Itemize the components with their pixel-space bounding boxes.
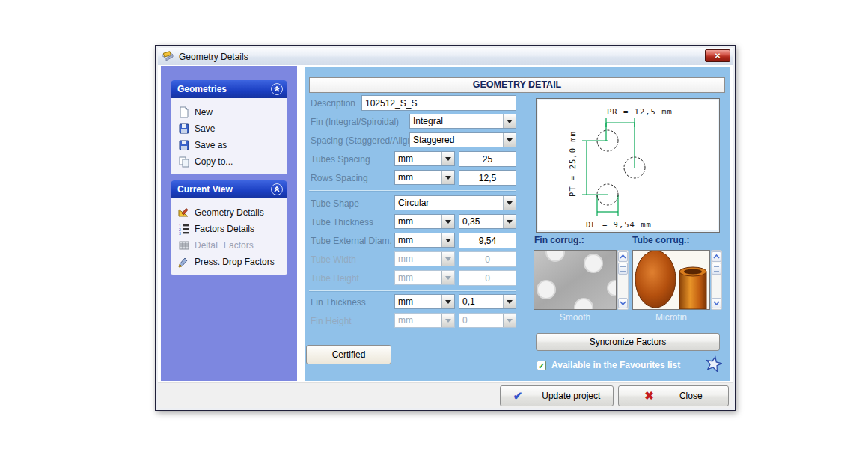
syncronize-factors-button[interactable]: Syncronize Factors — [536, 333, 720, 351]
fin-height-unit: mm — [395, 314, 441, 327]
favourites-checkbox[interactable]: ✓ — [537, 361, 546, 370]
sidebar-item-save-as[interactable]: Save as — [178, 137, 287, 153]
close-button[interactable]: ✖ Close — [618, 385, 729, 406]
fin-corrug-image[interactable] — [534, 250, 617, 310]
sidebar-item-new[interactable]: New — [178, 104, 287, 120]
rows-spacing-input[interactable] — [459, 170, 516, 186]
chevron-down-icon[interactable] — [503, 295, 516, 308]
tube-external-diam-input[interactable] — [459, 233, 516, 248]
chevron-down-icon — [441, 314, 454, 327]
tube-thickness-unit: mm — [395, 215, 441, 228]
window-close-button[interactable]: ✕ — [705, 49, 730, 62]
geometries-panel-body: New Save — [171, 98, 287, 174]
sidebar-item-label: Save as — [195, 140, 227, 150]
scrollbar-thumb[interactable] — [618, 263, 628, 275]
tube-thickness-value: 0,35 — [459, 215, 503, 228]
chevron-down-icon[interactable] — [441, 171, 454, 184]
chevron-down-icon[interactable] — [503, 215, 516, 228]
chevron-down-icon[interactable] — [441, 152, 454, 165]
fin-height-unit-select: mm — [394, 313, 455, 328]
current-view-panel-header[interactable]: Current View — [171, 180, 287, 198]
tube-thickness-label: Tube Thickness — [311, 217, 373, 227]
sidebar-item-deltaf-factors[interactable]: DeltaF Factors — [178, 237, 287, 254]
tubes-spacing-input[interactable] — [459, 151, 516, 167]
scroll-up-icon[interactable] — [618, 251, 628, 262]
checkmark-icon: ✔ — [513, 390, 523, 401]
close-label: Close — [679, 391, 703, 401]
sidebar-item-label: Geometry Details — [195, 207, 264, 218]
chevron-down-icon[interactable] — [503, 114, 516, 128]
save-icon — [178, 123, 190, 135]
title-bar[interactable]: Geometry Details ✕ — [158, 48, 733, 65]
tube-corrug-label: Tube corrug.: — [632, 235, 689, 245]
tube-layout-drawing: PR = 12,5 mm PT = 25,0 mm DE = 9,54 mm — [537, 99, 719, 232]
tube-width-unit: mm — [395, 252, 441, 266]
tube-external-diam-unit-select[interactable]: mm — [394, 233, 455, 248]
certified-button[interactable]: Certified — [306, 345, 391, 364]
tubes-spacing-unit-select[interactable]: mm — [394, 151, 455, 166]
chevron-down-icon[interactable] — [503, 133, 516, 147]
rows-spacing-unit-select[interactable]: mm — [394, 170, 455, 185]
separator — [309, 290, 516, 291]
collapse-button[interactable] — [271, 183, 283, 195]
new-document-icon — [178, 106, 190, 118]
press-drop-factors-icon — [178, 256, 190, 268]
sidebar-item-press-drop-factors[interactable]: Press. Drop Factors — [178, 254, 287, 270]
dialog-footer: ✔ Update project ✖ Close — [158, 382, 733, 408]
separator — [309, 190, 516, 191]
rows-spacing-label: Rows Spacing — [311, 173, 368, 183]
tube-thickness-select[interactable]: 0,35 — [459, 214, 516, 229]
description-input[interactable] — [361, 95, 516, 111]
app-icon — [161, 51, 174, 63]
tube-external-diam-unit: mm — [395, 233, 441, 247]
scroll-down-icon[interactable] — [618, 298, 628, 308]
fin-height-value: 0 — [459, 314, 503, 327]
scrollbar-thumb[interactable] — [712, 263, 721, 275]
save-as-icon — [178, 139, 190, 151]
sidebar-item-save[interactable]: Save — [178, 120, 287, 137]
deltaf-factors-icon — [178, 239, 190, 251]
de-dimension-label: DE = 9,54 mm — [586, 220, 652, 229]
tube-corrug-image[interactable] — [632, 250, 710, 310]
tube-thickness-unit-select[interactable]: mm — [394, 214, 455, 229]
fin-type-label: Fin (Integral/Spiroidal) — [311, 117, 399, 127]
tube-shape-select[interactable]: Circular — [394, 195, 516, 210]
favourites-label: Available in the Favourites list — [551, 360, 680, 370]
geometries-panel: Geometries New — [171, 80, 287, 174]
tubes-spacing-unit: mm — [395, 152, 441, 165]
spacing-select[interactable]: Staggered — [409, 132, 516, 147]
chevron-down-icon — [441, 252, 454, 266]
chevron-double-up-icon — [273, 186, 281, 193]
factors-details-icon: 1 2 3 — [178, 223, 190, 235]
scroll-up-icon[interactable] — [712, 251, 721, 262]
current-view-panel-title: Current View — [177, 184, 233, 195]
collapse-button[interactable] — [271, 83, 283, 95]
tube-corrug-scrollbar[interactable] — [711, 250, 722, 310]
fin-thickness-label: Fin Thickness — [311, 297, 366, 308]
fin-type-select[interactable]: Integral — [409, 114, 516, 129]
sidebar-item-factors-details[interactable]: 1 2 3 Factors Details — [178, 221, 287, 237]
update-project-button[interactable]: ✔ Update project — [500, 385, 614, 406]
favourite-star-icon[interactable] — [706, 355, 722, 372]
fin-thickness-select[interactable]: 0,1 — [459, 294, 516, 309]
geometry-details-icon — [178, 207, 190, 219]
current-view-panel: Current View Geometry Det — [171, 180, 287, 275]
geometry-details-dialog: Geometry Details ✕ Geometries — [155, 45, 736, 411]
sidebar-item-geometry-details[interactable]: Geometry Details — [178, 204, 287, 221]
geometries-panel-header[interactable]: Geometries — [171, 80, 287, 98]
scroll-down-icon[interactable] — [712, 298, 721, 308]
geometry-diagram: PR = 12,5 mm PT = 25,0 mm DE = 9,54 mm — [536, 98, 720, 233]
tube-height-label: Tube Height — [311, 273, 359, 284]
geometries-panel-title: Geometries — [177, 84, 227, 94]
chevron-down-icon[interactable] — [441, 233, 454, 247]
fin-corrug-scrollbar[interactable] — [617, 250, 629, 310]
fin-thickness-unit-select[interactable]: mm — [394, 294, 455, 309]
chevron-down-icon[interactable] — [441, 295, 454, 308]
geometry-detail-form: GEOMETRY DETAIL Description Fin (Integra… — [305, 67, 730, 381]
chevron-down-icon[interactable] — [503, 196, 516, 210]
sidebar-item-label: DeltaF Factors — [195, 240, 254, 251]
rows-spacing-unit: mm — [395, 171, 441, 184]
sidebar-item-copy-to[interactable]: Copy to... — [178, 153, 287, 170]
update-project-label: Update project — [542, 391, 600, 401]
chevron-down-icon[interactable] — [441, 215, 454, 228]
